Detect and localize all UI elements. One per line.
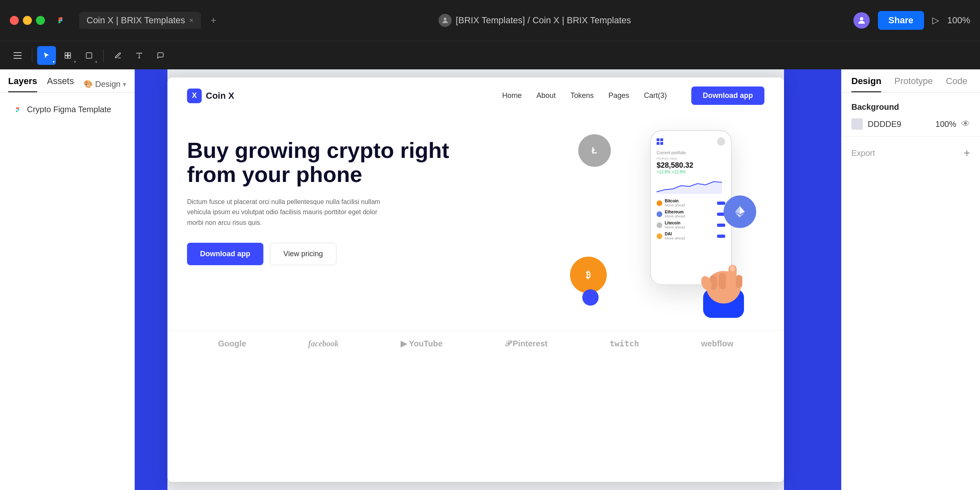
hero-section: Buy growing crypto right from your phone… [167, 114, 784, 330]
bitcoin-row: BitcoinMove ahead [657, 199, 725, 207]
minimize-button[interactable] [23, 16, 32, 25]
svg-point-1 [860, 17, 863, 20]
visibility-toggle-icon[interactable]: 👁 [961, 119, 970, 129]
figma-layer-icon [13, 105, 22, 114]
portfolio-chart [657, 177, 722, 194]
layer-name: Crypto Figma Template [27, 105, 111, 114]
nav-home[interactable]: Home [502, 91, 522, 100]
svg-rect-18 [719, 273, 726, 289]
assets-tab[interactable]: Assets [47, 76, 74, 92]
phone-screen: Current portfolio Portfolio value $28,58… [651, 131, 731, 249]
hero-content: Buy growing crypto right from your phone… [187, 130, 505, 265]
svg-rect-7 [65, 55, 67, 58]
figma-logo-icon [55, 15, 66, 26]
traffic-lights [10, 16, 45, 25]
toolbar-separator [32, 49, 32, 62]
download-app-button[interactable]: Download app [187, 243, 263, 265]
bg-hex-value[interactable]: DDDDE9 [868, 120, 931, 129]
webpage-navbar: X Coin X Home About Tokens Pages Cart(3)… [167, 78, 784, 114]
partner-webflow: webflow [701, 339, 733, 348]
toolbar-right: Share ▷ 100% [853, 11, 970, 30]
add-tab-button[interactable]: + [211, 15, 216, 26]
partners-bar: Google facebook ▶ YouTube 𝒫 Pinterest tw… [167, 330, 784, 357]
text-tool[interactable] [130, 46, 149, 65]
select-tool[interactable]: ▾ [37, 46, 56, 65]
logo-letter: X [192, 91, 197, 100]
blue-accent-right [784, 69, 841, 490]
right-panel: Design Prototype Code Background DDDDE9 … [841, 69, 980, 490]
design-canvas: X Coin X Home About Tokens Pages Cart(3)… [167, 78, 784, 482]
zoom-level[interactable]: 100% [947, 15, 970, 26]
hero-title: Buy growing crypto right from your phone [187, 138, 488, 187]
menu-button[interactable] [8, 46, 27, 65]
pen-tool[interactable] [109, 46, 127, 65]
portfolio-amount: $28,580.32 [657, 161, 725, 170]
fullscreen-button[interactable] [36, 16, 45, 25]
blue-ball-decoration [582, 289, 599, 306]
hero-illustration: Ł [505, 130, 764, 318]
brand-logo: X Coin X [187, 89, 234, 103]
share-button[interactable]: Share [878, 11, 924, 30]
breadcrumb: [BRIX Templates] / Coin X | BRIX Templat… [223, 14, 847, 27]
view-pricing-button[interactable]: View pricing [270, 243, 336, 265]
prototype-tab[interactable]: Prototype [894, 76, 933, 92]
design-dropdown[interactable]: 🎨 Design ▾ [84, 76, 126, 92]
toolbar-separator-2 [103, 49, 104, 62]
logo-text: Coin X [206, 91, 234, 101]
ethereum-row: EthereumMove ahead [657, 210, 725, 218]
litecoin-row: LitecoinMove ahead [657, 221, 725, 229]
breadcrumb-text: [BRIX Templates] / Coin X | BRIX Templat… [456, 15, 631, 26]
portfolio-change: +12.8% +12.8% [657, 170, 725, 174]
layers-tab[interactable]: Layers [8, 76, 37, 92]
hero-description: Dictum fusce ut placerat orci nulla pell… [187, 197, 383, 228]
background-section: Background DDDDE9 100% 👁 [842, 93, 980, 137]
left-panel: Layers Assets 🎨 Design ▾ Crypto Figma Te… [0, 69, 135, 490]
browser-tab[interactable]: Coin X | BRIX Templates × [79, 12, 201, 29]
svg-rect-3 [13, 55, 22, 56]
user-avatar[interactable] [853, 12, 870, 29]
logo-icon: X [187, 89, 202, 103]
close-button[interactable] [10, 16, 19, 25]
svg-rect-2 [13, 52, 22, 53]
dai-row: DAIMove ahead [657, 232, 725, 240]
ethereum-dot [657, 211, 662, 217]
design-tab[interactable]: Design [851, 76, 881, 92]
svg-rect-4 [13, 58, 22, 59]
export-section: Export + [842, 137, 980, 169]
partner-twitch: twitch [610, 339, 639, 348]
bitcoin-btn [717, 202, 725, 205]
svg-point-0 [444, 18, 447, 20]
nav-cart[interactable]: Cart(3) [644, 91, 667, 100]
blue-accent-left [135, 69, 167, 490]
frame-tool[interactable]: ▾ [58, 46, 77, 65]
right-panel-tabs: Design Prototype Code [842, 69, 980, 93]
play-icon[interactable]: ▷ [932, 15, 939, 26]
code-tab[interactable]: Code [946, 76, 968, 92]
bitcoin-icon: ₿ [570, 257, 607, 293]
comment-tool[interactable] [151, 46, 170, 65]
dai-btn [717, 235, 725, 238]
bg-color-swatch[interactable] [851, 118, 863, 130]
nav-about[interactable]: About [537, 91, 556, 100]
nav-tokens[interactable]: Tokens [570, 91, 594, 100]
litecoin-dot [657, 222, 662, 228]
tab-close-icon[interactable]: × [189, 16, 194, 25]
user-avatar-icon [439, 14, 452, 27]
nav-pages[interactable]: Pages [608, 91, 629, 100]
titlebar: Coin X | BRIX Templates × + [BRIX Templa… [0, 0, 980, 41]
nav-download-button[interactable]: Download app [691, 86, 764, 105]
nav-links: Home About Tokens Pages Cart(3) [502, 91, 667, 100]
bg-color-row: DDDDE9 100% 👁 [851, 118, 970, 130]
bitcoin-dot [657, 200, 662, 206]
svg-rect-22 [730, 266, 735, 271]
background-label: Background [851, 102, 970, 112]
litecoin-btn [717, 224, 725, 227]
shape-tool[interactable]: ▾ [80, 46, 98, 65]
svg-rect-6 [68, 53, 71, 55]
layer-item[interactable]: Crypto Figma Template [8, 101, 126, 118]
hand-illustration [695, 244, 752, 318]
add-export-icon[interactable]: + [964, 146, 970, 160]
svg-rect-20 [736, 275, 742, 288]
partner-google: Google [218, 339, 246, 348]
bg-opacity-value[interactable]: 100% [935, 120, 956, 129]
